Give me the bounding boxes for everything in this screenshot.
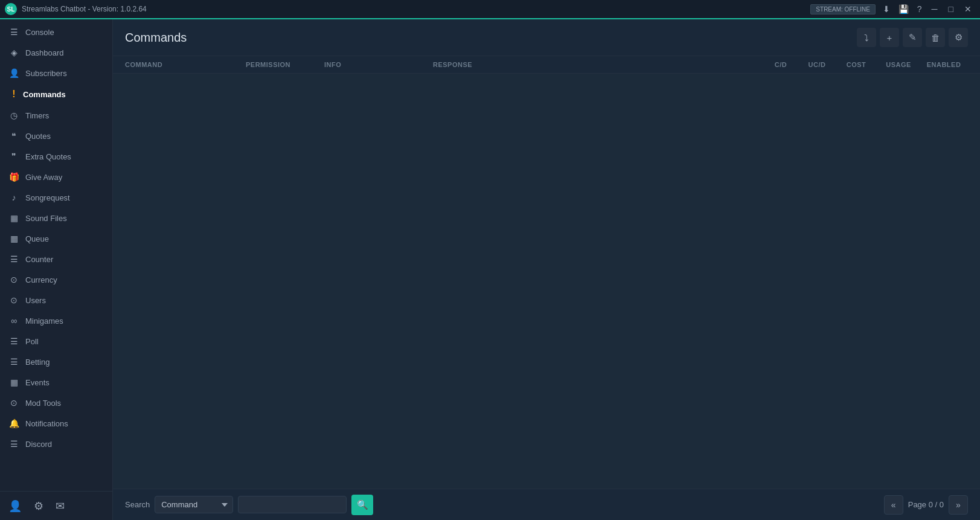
sidebar-item-queue[interactable]: ▦ Queue: [0, 228, 112, 249]
give-away-icon: 🎁: [8, 172, 19, 182]
command-settings-button[interactable]: ⚙: [949, 28, 968, 47]
col-header-permission: PERMISSION: [246, 61, 324, 68]
sidebar-item-mod-tools[interactable]: ⊙ Mod Tools: [0, 393, 112, 413]
delete-command-button[interactable]: 🗑: [926, 28, 945, 47]
import-button[interactable]: ⤵: [857, 28, 876, 47]
next-page-icon: »: [956, 500, 961, 510]
search-label: Search: [125, 500, 150, 509]
search-area: Search Command Response Permission 🔍: [125, 495, 373, 515]
currency-icon: ⊙: [8, 275, 19, 284]
sidebar-item-subscribers[interactable]: 👤 Subscribers: [0, 63, 112, 83]
col-header-enabled: ENABLED: [920, 61, 968, 68]
title-bar-icons: ⬇ 💾 ? ─ □ ✕: [880, 3, 975, 15]
sidebar-label-notifications: Notifications: [25, 419, 68, 428]
search-button[interactable]: 🔍: [351, 495, 373, 515]
sidebar-item-minigames[interactable]: ∞ Minigames: [0, 310, 112, 331]
sidebar-item-poll[interactable]: ☰ Poll: [0, 331, 112, 351]
sidebar-item-console[interactable]: ☰ Console: [0, 22, 112, 42]
help-icon[interactable]: ?: [915, 3, 924, 15]
sidebar-label-events: Events: [25, 378, 50, 387]
sidebar-item-counter[interactable]: ☰ Counter: [0, 249, 112, 269]
queue-icon: ▦: [8, 234, 19, 243]
counter-icon: ☰: [8, 254, 19, 264]
sidebar-item-give-away[interactable]: 🎁 Give Away: [0, 167, 112, 187]
minimize-button[interactable]: ─: [928, 3, 941, 15]
betting-icon: ☰: [8, 357, 19, 367]
sidebar-footer: 👤 ⚙ ✉: [0, 491, 112, 520]
sidebar-label-subscribers: Subscribers: [25, 69, 67, 78]
header-actions: ⤵ + ✎ 🗑 ⚙: [857, 28, 968, 47]
sidebar-item-events[interactable]: ▦ Events: [0, 372, 112, 393]
mail-icon[interactable]: ✉: [56, 499, 65, 513]
timers-icon: ◷: [8, 111, 19, 120]
sidebar-nav: ☰ Console ◈ Dashboard 👤 Subscribers ! Co…: [0, 19, 112, 491]
sidebar-label-extra-quotes: Extra Quotes: [25, 152, 71, 161]
col-header-info: INFO: [324, 61, 433, 68]
sidebar-label-commands: Commands: [23, 90, 66, 99]
sidebar-label-currency: Currency: [25, 275, 57, 284]
mod-tools-icon: ⊙: [8, 398, 19, 408]
sidebar-label-poll: Poll: [25, 337, 39, 346]
col-header-command: COMMAND: [125, 61, 246, 68]
sidebar-label-mod-tools: Mod Tools: [25, 399, 61, 408]
sidebar-item-commands[interactable]: ! Commands: [0, 83, 112, 105]
sidebar-item-timers[interactable]: ◷ Timers: [0, 105, 112, 126]
sidebar-label-discord: Discord: [25, 440, 52, 449]
sidebar-item-songrequest[interactable]: ♪ Songrequest: [0, 187, 112, 208]
sidebar-label-songrequest: Songrequest: [25, 193, 70, 202]
sidebar-item-betting[interactable]: ☰ Betting: [0, 351, 112, 372]
page-info: Page 0 / 0: [908, 500, 944, 509]
settings-icon[interactable]: ⚙: [34, 499, 43, 513]
prev-page-button[interactable]: «: [884, 495, 903, 515]
app-logo: SL: [5, 3, 17, 15]
page-title: Commands: [125, 31, 187, 45]
add-command-button[interactable]: +: [880, 28, 899, 47]
col-header-usage: USAGE: [877, 61, 920, 68]
col-header-ucd: UC/D: [799, 61, 835, 68]
sidebar-item-sound-files[interactable]: ▦ Sound Files: [0, 208, 112, 228]
prev-page-icon: «: [891, 500, 896, 510]
poll-icon: ☰: [8, 336, 19, 346]
commands-table-body: [113, 74, 980, 489]
pagination-area: « Page 0 / 0 »: [884, 495, 968, 515]
sidebar-item-currency[interactable]: ⊙ Currency: [0, 269, 112, 290]
discord-icon: ☰: [8, 439, 19, 449]
sidebar-label-timers: Timers: [25, 111, 49, 120]
sidebar-item-quotes[interactable]: ❝ Quotes: [0, 126, 112, 146]
minigames-icon: ∞: [8, 316, 19, 326]
content-header: Commands ⤵ + ✎ 🗑 ⚙: [113, 19, 980, 56]
col-header-cost: COST: [835, 61, 877, 68]
close-button[interactable]: ✕: [961, 3, 975, 15]
next-page-button[interactable]: »: [949, 495, 968, 515]
table-header: COMMAND PERMISSION INFO RESPONSE C/D UC/…: [113, 56, 980, 74]
sidebar-item-discord[interactable]: ☰ Discord: [0, 434, 112, 454]
user-profile-icon[interactable]: 👤: [8, 499, 22, 513]
sidebar-item-users[interactable]: ⊙ Users: [0, 290, 112, 310]
sidebar-label-sound-files: Sound Files: [25, 214, 67, 223]
app-title: Streamlabs Chatbot - Version: 1.0.2.64: [22, 5, 147, 13]
download-icon[interactable]: ⬇: [880, 3, 892, 15]
edit-command-button[interactable]: ✎: [903, 28, 922, 47]
search-type-select[interactable]: Command Response Permission: [155, 496, 233, 513]
sidebar-label-betting: Betting: [25, 358, 50, 367]
title-bar: SL Streamlabs Chatbot - Version: 1.0.2.6…: [0, 0, 980, 19]
search-input[interactable]: [238, 496, 347, 513]
sidebar-label-counter: Counter: [25, 255, 53, 264]
main-layout: ☰ Console ◈ Dashboard 👤 Subscribers ! Co…: [0, 19, 980, 520]
sidebar: ☰ Console ◈ Dashboard 👤 Subscribers ! Co…: [0, 19, 113, 520]
notifications-icon: 🔔: [8, 419, 19, 428]
col-header-cd: C/D: [763, 61, 799, 68]
stream-status-badge: STREAM: OFFLINE: [810, 4, 875, 14]
save-icon[interactable]: 💾: [896, 3, 911, 15]
commands-active-icon: !: [8, 89, 19, 100]
maximize-button[interactable]: □: [945, 3, 957, 15]
sidebar-label-quotes: Quotes: [25, 132, 51, 141]
events-icon: ▦: [8, 377, 19, 387]
users-icon: ⊙: [8, 295, 19, 305]
sidebar-item-notifications[interactable]: 🔔 Notifications: [0, 413, 112, 434]
sidebar-label-minigames: Minigames: [25, 316, 63, 326]
sidebar-label-console: Console: [25, 28, 54, 37]
sidebar-item-extra-quotes[interactable]: ❞ Extra Quotes: [0, 146, 112, 167]
sidebar-item-dashboard[interactable]: ◈ Dashboard: [0, 42, 112, 63]
title-bar-right: STREAM: OFFLINE ⬇ 💾 ? ─ □ ✕: [810, 3, 975, 15]
